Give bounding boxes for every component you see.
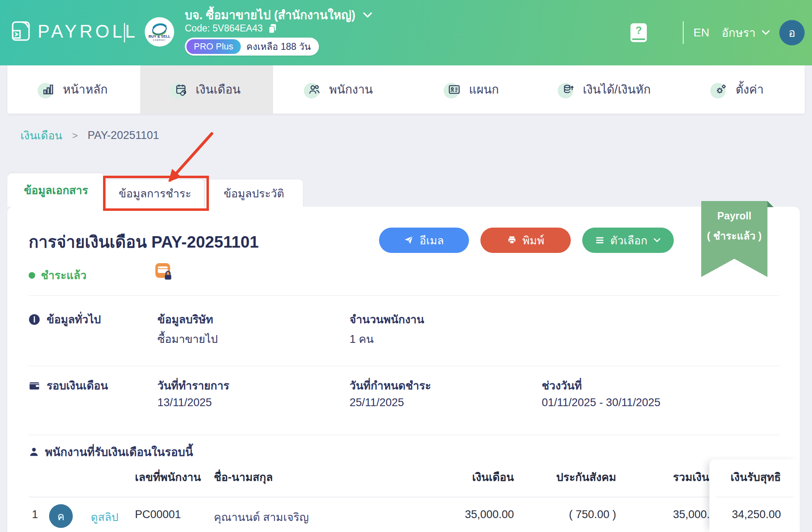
options-button[interactable]: ตัวเลือก xyxy=(582,228,674,253)
ribbon-fold xyxy=(767,201,774,207)
divider xyxy=(29,295,779,296)
user-menu[interactable]: อักษรา xyxy=(722,24,770,42)
main-nav: หน้าหลัก เงินเดือน พนักงาน แผนก เงินได้/… xyxy=(7,65,805,114)
breadcrumb-separator: > xyxy=(72,130,78,141)
nav-item-settings[interactable]: ตั้งค่า xyxy=(672,65,805,114)
gears-icon xyxy=(713,81,729,98)
nav-item-employees[interactable]: พนักงาน xyxy=(273,65,406,114)
field-transaction-date-value: 13/11/2025 xyxy=(157,396,212,409)
company-code-row: Code: 5V864EA43 xyxy=(185,23,278,34)
chevron-down-icon xyxy=(363,12,372,18)
header-divider xyxy=(683,21,684,44)
table-header-divider xyxy=(716,497,794,497)
section-general-info: ข้อมูลทั่วไป xyxy=(29,311,101,328)
avatar[interactable]: อ xyxy=(779,20,805,45)
tab-document-info[interactable]: ข้อมูลเอกสาร xyxy=(7,173,105,207)
coins-icon xyxy=(560,81,576,98)
field-company-label: ข้อมูลบริษัท xyxy=(157,311,213,328)
company-logo[interactable]: BUY & SELL COMPANY xyxy=(144,16,175,47)
apps-grid-icon[interactable] xyxy=(656,25,671,40)
plan-remaining-days: คงเหลือ 188 วัน xyxy=(247,39,311,54)
field-transaction-date-label: วันที่ทำรายการ xyxy=(157,377,229,394)
copy-icon[interactable] xyxy=(268,23,278,34)
company-logo-text: BUY & SELL xyxy=(144,34,175,38)
section-cycle-label: รอบเงินเดือน xyxy=(47,377,108,394)
nav-item-income-deduction[interactable]: เงินได้/เงินหัก xyxy=(539,65,672,114)
nav-item-label: แผนก xyxy=(469,80,499,99)
divider xyxy=(29,366,779,366)
payroll-page: PAYROLL BUY & SELL COMPANY บจ. ซื้อมาขาย… xyxy=(0,0,812,532)
section-general-label: ข้อมูลทั่วไป xyxy=(47,311,101,328)
employees-icon xyxy=(306,81,323,98)
divider xyxy=(29,435,779,435)
chevron-down-icon xyxy=(761,30,770,36)
plan-badge: PRO Plus xyxy=(186,39,241,54)
employee-avatar: ค xyxy=(49,504,73,528)
chevron-down-icon xyxy=(653,238,661,243)
brand-name: PAYROLL xyxy=(38,21,138,42)
field-due-date-label: วันที่กำหนดชำระ xyxy=(350,377,431,394)
status-dot xyxy=(29,272,35,279)
field-date-range-value: 01/11/2025 - 30/11/2025 xyxy=(542,396,660,409)
cell-net-pay: 34,250.00 xyxy=(732,508,781,521)
tab-payment-info[interactable]: ข้อมูลการชำระ xyxy=(105,179,204,207)
print-button-label: พิมพ์ xyxy=(523,232,544,249)
paper-plane-icon xyxy=(404,235,414,245)
col-header-social-security: ประกันสังคม xyxy=(526,468,616,486)
company-name: บจ. ซื้อมาขายไป (สำนักงานใหญ่) xyxy=(185,6,355,25)
company-logo-subtext: COMPANY xyxy=(144,39,175,41)
nav-item-departments[interactable]: แผนก xyxy=(406,65,539,114)
view-slip-link[interactable]: ดูสลิป xyxy=(91,508,119,526)
top-header: PAYROLL BUY & SELL COMPANY บจ. ซื้อมาขาย… xyxy=(0,0,812,65)
printer-icon xyxy=(507,235,517,245)
nav-item-home[interactable]: หน้าหลัก xyxy=(7,65,140,114)
company-code: Code: 5V864EA43 xyxy=(185,23,263,34)
status-badge: ชำระแล้ว xyxy=(41,266,87,284)
wallet-icon xyxy=(29,380,40,391)
cell-social-security: ( 750.00 ) xyxy=(526,508,616,521)
nav-item-label: หน้าหลัก xyxy=(63,80,108,99)
cell-employee-id: PC00001 xyxy=(135,508,181,521)
payroll-calendar-icon xyxy=(173,81,189,98)
nav-item-payroll[interactable]: เงินเดือน xyxy=(140,65,273,114)
field-employee-count-value: 1 คน xyxy=(350,330,374,348)
status-row: ชำระแล้ว xyxy=(29,266,87,284)
plan-pill: PRO Plus คงเหลือ 188 วัน xyxy=(185,38,319,56)
nav-item-label: เงินเดือน xyxy=(196,80,241,99)
person-icon xyxy=(29,447,39,457)
home-chart-icon xyxy=(40,81,56,98)
field-date-range-label: ช่วงวันที่ xyxy=(542,377,582,394)
ribbon-title: Payroll xyxy=(701,210,767,222)
payment-locked-icon xyxy=(155,263,170,278)
company-switcher[interactable]: บจ. ซื้อมาขายไป (สำนักงานใหญ่) xyxy=(185,6,372,25)
header-actions: EN อักษรา อ xyxy=(630,0,805,65)
breadcrumb: เงินเดือน > PAY-20251101 xyxy=(20,127,159,144)
help-icon[interactable] xyxy=(630,23,647,42)
email-button-label: อีเมล xyxy=(419,232,444,249)
breadcrumb-link-payroll[interactable]: เงินเดือน xyxy=(20,127,62,144)
info-icon xyxy=(29,314,40,325)
brand-divider xyxy=(124,23,125,42)
col-header-name: ชื่อ-นามสกุล xyxy=(214,468,273,486)
table-header-divider xyxy=(29,497,709,497)
sticky-net-pay-column: เงินรับสุทธิ 34,250.00 xyxy=(709,459,800,532)
col-header-salary: เงินเดือน xyxy=(424,468,514,486)
field-company-value: ซื้อมาขายไป xyxy=(157,330,218,348)
tab-history-info[interactable]: ข้อมูลประวัติ xyxy=(204,179,303,207)
nav-item-label: เงินได้/เงินหัก xyxy=(583,80,651,99)
nav-item-label: พนักงาน xyxy=(329,80,373,99)
page-title: การจ่ายเงินเดือน PAY-20251101 xyxy=(29,229,259,255)
payroll-logo-icon xyxy=(9,20,33,43)
lock-glyph xyxy=(164,270,173,280)
section-employees: พนักงานที่รับเงินเดือนในรอบนี้ xyxy=(29,443,193,461)
section-payroll-cycle: รอบเงินเดือน xyxy=(29,377,108,394)
breadcrumb-current: PAY-20251101 xyxy=(87,129,159,142)
section-employees-label: พนักงานที่รับเงินเดือนในรอบนี้ xyxy=(45,443,193,461)
col-header-total-income: รวมเงินรับ xyxy=(632,468,722,486)
menu-lines-icon xyxy=(595,236,604,245)
print-button[interactable]: พิมพ์ xyxy=(480,228,571,253)
email-button[interactable]: อีเมล xyxy=(379,228,469,253)
nav-item-label: ตั้งค่า xyxy=(736,80,764,99)
language-switcher[interactable]: EN xyxy=(693,26,709,39)
col-header-employee-id: เลขที่พนักงาน xyxy=(135,468,201,486)
